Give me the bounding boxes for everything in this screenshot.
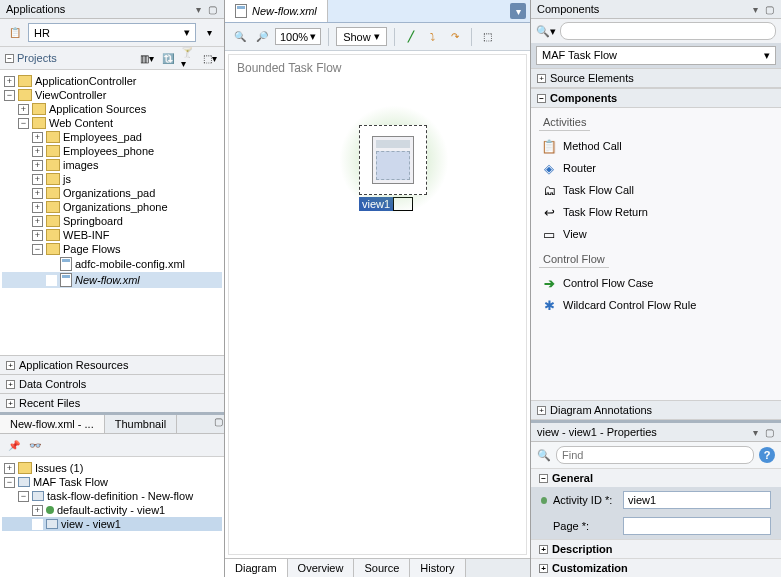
xml-file-icon bbox=[60, 257, 72, 271]
tree-node-springboard[interactable]: +Springboard bbox=[2, 214, 222, 228]
view-activity-node[interactable]: view1 bbox=[359, 125, 429, 211]
application-selector[interactable]: HR ▾ bbox=[28, 23, 196, 42]
source-elements-section[interactable]: +Source Elements bbox=[531, 68, 781, 88]
tab-list-icon[interactable]: ▾ bbox=[510, 3, 526, 19]
zoom-in-icon[interactable]: 🔍 bbox=[231, 29, 249, 45]
folder-icon bbox=[18, 462, 32, 474]
router-icon: ◈ bbox=[541, 160, 557, 176]
chevron-down-icon: ▾ bbox=[184, 26, 190, 39]
tree-node-appcontroller[interactable]: +ApplicationController bbox=[2, 74, 222, 88]
folder-icon bbox=[32, 103, 46, 115]
project-layout-btn[interactable]: ⬚▾ bbox=[201, 50, 219, 66]
editor-tab[interactable]: New-flow.xml bbox=[225, 0, 328, 22]
zoom-select[interactable]: 100%▾ bbox=[275, 28, 321, 45]
diagram-annotations-section[interactable]: +Diagram Annotations bbox=[531, 400, 781, 420]
tree-node-images[interactable]: +images bbox=[2, 158, 222, 172]
tree-node-emppad[interactable]: +Employees_pad bbox=[2, 130, 222, 144]
show-menu[interactable]: Show▾ bbox=[336, 27, 387, 46]
refresh-btn[interactable]: 🔃 bbox=[159, 50, 177, 66]
comp-view[interactable]: ▭View bbox=[531, 223, 781, 245]
tree-node-webinf[interactable]: +WEB-INF bbox=[2, 228, 222, 242]
tree-node-orgphone[interactable]: +Organizations_phone bbox=[2, 200, 222, 214]
comp-control-flow-case[interactable]: ➔Control Flow Case bbox=[531, 272, 781, 294]
description-section[interactable]: +Description bbox=[531, 539, 781, 558]
comp-router[interactable]: ◈Router bbox=[531, 157, 781, 179]
tree-node-appsources[interactable]: +Application Sources bbox=[2, 102, 222, 116]
panel-menu-icon[interactable]: ▾ bbox=[192, 3, 204, 15]
editor-tab-title: New-flow.xml bbox=[252, 5, 317, 17]
component-search-input[interactable] bbox=[560, 22, 776, 40]
tree-node-js[interactable]: +js bbox=[2, 172, 222, 186]
data-controls-section[interactable]: +Data Controls bbox=[0, 374, 224, 393]
application-resources-section[interactable]: +Application Resources bbox=[0, 355, 224, 374]
structure-tab[interactable]: New-flow.xml - ... bbox=[0, 415, 105, 433]
show-warnings-icon[interactable]: ⬚ bbox=[479, 29, 497, 45]
activities-group: Activities bbox=[539, 114, 590, 131]
tree-node-empphone[interactable]: +Employees_phone bbox=[2, 144, 222, 158]
view-icon bbox=[46, 519, 58, 529]
tab-source[interactable]: Source bbox=[354, 559, 410, 577]
panel-menu-icon[interactable]: ▾ bbox=[749, 3, 761, 15]
diagram-canvas[interactable]: Bounded Task Flow view1 bbox=[228, 54, 527, 555]
customization-section[interactable]: +Customization bbox=[531, 558, 781, 577]
flow-curve-icon[interactable]: ↷ bbox=[446, 29, 464, 45]
components-panel-header[interactable]: Components ▾▢ bbox=[531, 0, 781, 19]
project-tree[interactable]: +ApplicationController −ViewController +… bbox=[0, 70, 224, 355]
components-section[interactable]: −Components bbox=[531, 88, 781, 108]
help-icon[interactable]: ? bbox=[759, 447, 775, 463]
tab-overview[interactable]: Overview bbox=[288, 559, 355, 577]
page-input[interactable] bbox=[623, 517, 771, 535]
freeze-btn[interactable]: 📌 bbox=[5, 437, 23, 453]
wildcard-icon: ✱ bbox=[541, 297, 557, 313]
working-sets-btn[interactable]: 🍸▾ bbox=[180, 50, 198, 66]
tree-node-viewcontroller[interactable]: −ViewController bbox=[2, 88, 222, 102]
comp-method-call[interactable]: 📋Method Call bbox=[531, 135, 781, 157]
flow-straight-icon[interactable]: ╱ bbox=[402, 29, 420, 45]
applications-panel-header[interactable]: Applications ▾ ▢ bbox=[0, 0, 224, 19]
panel-restore-icon[interactable]: ▢ bbox=[206, 3, 218, 15]
folder-icon bbox=[46, 131, 60, 143]
component-category-select[interactable]: MAF Task Flow▾ bbox=[536, 46, 776, 65]
chevron-down-icon: ▾ bbox=[764, 49, 770, 62]
tree-node-default-activity[interactable]: +default-activity - view1 bbox=[2, 503, 222, 517]
view-activity-icon bbox=[372, 136, 414, 184]
tree-node-adfc[interactable]: adfc-mobile-config.xml bbox=[2, 256, 222, 272]
tree-node-maf[interactable]: −MAF Task Flow bbox=[2, 475, 222, 489]
new-view-btn[interactable]: 👓 bbox=[26, 437, 44, 453]
tree-node-newflow[interactable]: New-flow.xml bbox=[2, 272, 222, 288]
comp-wildcard-flow[interactable]: ✱Wildcard Control Flow Rule bbox=[531, 294, 781, 316]
comp-taskflow-return[interactable]: ↩Task Flow Return bbox=[531, 201, 781, 223]
thumbnail-tab[interactable]: Thumbnail bbox=[105, 415, 177, 433]
panel-restore-icon[interactable]: ▢ bbox=[212, 415, 224, 427]
tab-history[interactable]: History bbox=[410, 559, 465, 577]
flow-poly-icon[interactable]: ⤵ bbox=[424, 29, 442, 45]
tree-node-view[interactable]: view - view1 bbox=[2, 517, 222, 531]
property-find-input[interactable] bbox=[556, 446, 754, 464]
structure-tree[interactable]: +Issues (1) −MAF Task Flow −task-flow-de… bbox=[0, 457, 224, 577]
tab-diagram[interactable]: Diagram bbox=[225, 559, 288, 577]
app-menu-button[interactable]: ▾ bbox=[200, 25, 218, 41]
recent-files-section[interactable]: +Recent Files bbox=[0, 393, 224, 412]
properties-panel-header[interactable]: view - view1 - Properties ▾▢ bbox=[531, 423, 781, 442]
zoom-out-icon[interactable]: 🔎 bbox=[253, 29, 271, 45]
activity-id-input[interactable] bbox=[623, 491, 771, 509]
tree-node-pageflows[interactable]: −Page Flows bbox=[2, 242, 222, 256]
projects-collapse-icon[interactable]: − bbox=[5, 54, 14, 63]
project-icon bbox=[18, 89, 32, 101]
folder-icon bbox=[46, 173, 60, 185]
panel-menu-icon[interactable]: ▾ bbox=[749, 426, 761, 438]
tree-node-orgpad[interactable]: +Organizations_pad bbox=[2, 186, 222, 200]
panel-restore-icon[interactable]: ▢ bbox=[763, 426, 775, 438]
application-name: HR bbox=[34, 27, 50, 39]
tree-node-tfd[interactable]: −task-flow-definition - New-flow bbox=[2, 489, 222, 503]
components-label: Components bbox=[537, 3, 599, 15]
comp-taskflow-call[interactable]: 🗂Task Flow Call bbox=[531, 179, 781, 201]
tree-node-issues[interactable]: +Issues (1) bbox=[2, 461, 222, 475]
panel-restore-icon[interactable]: ▢ bbox=[763, 3, 775, 15]
project-display-btn[interactable]: ▥▾ bbox=[138, 50, 156, 66]
tree-node-webcontent[interactable]: −Web Content bbox=[2, 116, 222, 130]
general-section[interactable]: −General bbox=[531, 468, 781, 487]
control-flow-group: Control Flow bbox=[539, 251, 609, 268]
chevron-down-icon: ▾ bbox=[310, 30, 316, 43]
app-dropdown-icon[interactable]: 📋 bbox=[6, 25, 24, 41]
